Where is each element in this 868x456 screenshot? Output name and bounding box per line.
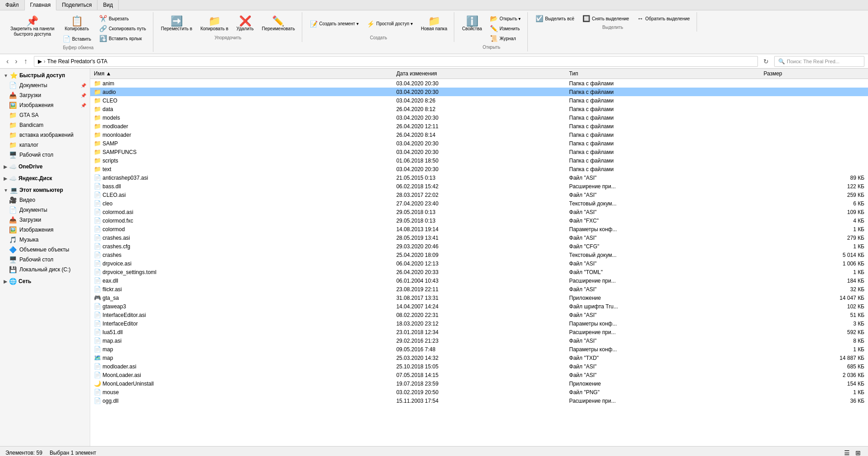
sidebar-this-pc-header[interactable]: ▼ 💻 Этот компьютер (0, 185, 90, 195)
sidebar-item-desktop-quick[interactable]: 🖥️ Рабочий стол (0, 150, 90, 160)
table-row[interactable]: 📄 mouse 03.02.2019 20:50 Файл "PNG" 1 КБ (90, 388, 868, 396)
table-row[interactable]: 📁 models 03.04.2020 20:30 Папка с файлам… (90, 113, 868, 122)
tab-file[interactable]: Файл (0, 0, 25, 10)
sidebar-quick-access-header[interactable]: ▼ ⭐ Быстрый доступ (0, 70, 90, 80)
table-row[interactable]: 📁 SAMPFUNCS 03.04.2020 20:30 Папка с фай… (90, 148, 868, 156)
select-all-button[interactable]: ☑️ Выделить всё (532, 14, 577, 23)
back-button[interactable]: ‹ (4, 56, 11, 66)
table-row[interactable]: 📄 drpvoice_settings.toml 26.04.2020 20:3… (90, 268, 868, 276)
sidebar-yandex-header[interactable]: ▶ ☁️ Яндекс.Диск (0, 173, 90, 183)
table-row[interactable]: 📁 text 03.04.2020 20:30 Папка с файлами (90, 165, 868, 173)
sidebar-item-music[interactable]: 🎵 Музыка (0, 235, 90, 245)
table-row[interactable]: 📄 crashes.cfg 29.03.2020 20:46 Файл "CFG… (90, 242, 868, 251)
icons-view-button[interactable]: ⊞ (854, 448, 863, 456)
table-row[interactable]: 📄 gtaweap3 14.04.2007 14:24 Файл шрифта … (90, 302, 868, 311)
sidebar-item-video[interactable]: 🎥 Видео (0, 195, 90, 205)
copy-to-button[interactable]: 📁 Копировать в (197, 14, 231, 33)
details-view-button[interactable]: ☰ (842, 448, 852, 456)
table-row[interactable]: 📄 ogg.dll 15.11.2003 17:54 Расширение пр… (90, 396, 868, 405)
table-row[interactable]: 📁 scripts 01.06.2018 18:50 Папка с файла… (90, 156, 868, 165)
table-row[interactable]: 📄 colormod 14.08.2013 19:14 Параметры ко… (90, 225, 868, 233)
sidebar-item-docs[interactable]: 📄 Документы (0, 205, 90, 215)
sidebar-item-downloads[interactable]: 📥 Загрузки 📌 (0, 90, 90, 100)
table-row[interactable]: 📁 CLEO 03.04.2020 8:26 Папка с файлами (90, 96, 868, 105)
table-row[interactable]: 📄 crashes 25.04.2020 18:09 Текстовый док… (90, 251, 868, 259)
table-row[interactable]: 📄 anticrashер037.asi 21.05.2015 0:13 Фай… (90, 173, 868, 182)
table-row[interactable]: 📁 data 26.04.2020 8:12 Папка с файлами (90, 105, 868, 113)
table-row[interactable]: 📄 MoonLoader.asi 07.05.2018 14:15 Файл "… (90, 371, 868, 379)
forward-button[interactable]: › (12, 56, 20, 66)
history-button[interactable]: 📜 Журнал (487, 34, 524, 43)
deselect-button[interactable]: 🔲 Снять выделение (579, 14, 632, 23)
table-row[interactable]: 📄 InterfaceEditor.asi 08.02.2020 22:31 Ф… (90, 311, 868, 319)
table-row[interactable]: 📄 colormod.asi 29.05.2018 0:13 Файл "ASI… (90, 208, 868, 216)
table-row[interactable]: 🎮 gta_sa 31.08.2017 13:31 Приложение 14 … (90, 293, 868, 302)
tab-share[interactable]: Поделиться (56, 0, 97, 10)
table-row[interactable]: 📄 lua51.dll 23.01.2018 12:34 Расширение … (90, 328, 868, 336)
path-bar[interactable]: ▶ › The Real Predator's GTA (34, 56, 758, 67)
docs-icon: 📄 (9, 206, 17, 214)
table-row[interactable]: 📄 flickr.asi 23.08.2019 22:11 Файл "ASI"… (90, 285, 868, 293)
col-header-name[interactable]: Имя ▲ (90, 69, 392, 79)
sidebar-item-pics[interactable]: 🖼️ Изображения (0, 225, 90, 235)
table-row[interactable]: 📄 modloader.asi 25.10.2018 15:05 Файл "A… (90, 362, 868, 371)
move-to-button[interactable]: ➡️ Переместить в (158, 14, 195, 33)
table-row[interactable]: 📄 drpvoice.asi 06.04.2020 12:13 Файл "AS… (90, 259, 868, 268)
tab-home[interactable]: Главная (25, 0, 57, 10)
sidebar-item-catalog[interactable]: 📁 каталог (0, 140, 90, 150)
up-button[interactable]: ↑ (21, 56, 30, 66)
table-row[interactable]: 📁 anim 03.04.2020 20:30 Папка с файлами (90, 79, 868, 88)
sidebar-item-dl[interactable]: 📥 Загрузки (0, 215, 90, 225)
sidebar-item-bandicam[interactable]: 📁 Bandicam (0, 120, 90, 130)
sidebar-item-insert-images[interactable]: 📁 вставка изображений (0, 130, 90, 140)
col-header-size[interactable]: Размер (760, 69, 868, 79)
sidebar-network-header[interactable]: ▶ 🌐 Сеть (0, 276, 90, 286)
copy-button[interactable]: 📋 Копировать (60, 14, 94, 33)
paste-button[interactable]: 📄 Вставить (60, 34, 94, 43)
table-row[interactable]: 📄 InterfaceEditor 18.03.2020 23:12 Парам… (90, 319, 868, 328)
col-header-date[interactable]: Дата изменения (392, 69, 565, 79)
table-row[interactable]: 📄 crashes.asi 28.05.2019 13:41 Файл "ASI… (90, 233, 868, 242)
sidebar-item-gtasa[interactable]: 📁 GTA SA (0, 110, 90, 120)
table-row[interactable]: 📁 SAMP 03.04.2020 20:30 Папка с файлами (90, 139, 868, 148)
cut-button[interactable]: ✂️ Вырезать (96, 14, 149, 23)
col-header-type[interactable]: Тип (566, 69, 760, 79)
easy-access-button[interactable]: ⚡ Простой доступ ▾ (364, 14, 416, 33)
sidebar-item-3d[interactable]: 🔷 Объемные объекты (0, 245, 90, 255)
table-row[interactable]: 📄 colormod.fxc 29.05.2018 0:13 Файл "FXC… (90, 216, 868, 225)
rename-button[interactable]: ✏️ Переименовать (259, 14, 298, 33)
paste-shortcut-button[interactable]: ⤵️ Вставить ярлык (96, 34, 149, 43)
onedrive-icon: ☁️ (9, 163, 17, 170)
table-row[interactable]: 🌙 MoonLoaderUninstall 19.07.2018 23:59 П… (90, 379, 868, 388)
file-date: 29.05.2018 0:13 (392, 216, 565, 225)
properties-button[interactable]: ℹ️ Свойства (459, 14, 485, 43)
table-row[interactable]: 📄 map.asi 29.02.2016 21:23 Файл "ASI" 8 … (90, 336, 868, 345)
sidebar-item-desktop[interactable]: 🖥️ Рабочий стол (0, 255, 90, 265)
create-item-button[interactable]: 📝 Создать элемент ▾ (307, 14, 362, 33)
table-row[interactable]: 🗺️ map 25.03.2020 14:32 Файл "TXD" 14 88… (90, 354, 868, 362)
sidebar-item-documents[interactable]: 📄 Документы 📌 (0, 80, 90, 90)
table-row[interactable]: 📁 audio 03.04.2020 20:30 Папка с файлами (90, 88, 868, 96)
table-row[interactable]: 📄 eax.dll 06.01.2004 10:43 Расширение пр… (90, 276, 868, 285)
delete-button[interactable]: ❌ Удалить (233, 14, 257, 33)
invert-selection-button[interactable]: ↔️ Обратить выделение (634, 14, 693, 23)
tab-view[interactable]: Вид (97, 0, 119, 10)
open-button[interactable]: 📂 Открыть ▾ (487, 14, 524, 23)
table-row[interactable]: 📄 map 09.05.2016 7:48 Параметры конф... … (90, 345, 868, 354)
search-box[interactable]: 🔍 Поиск: The Real Pred... (774, 56, 864, 67)
items-count: Элементов: 59 (5, 450, 42, 456)
pin-to-quick-access-button[interactable]: 📌 Закрепить на панелибыстрого доступа (7, 14, 58, 39)
sidebar-item-local-disk[interactable]: 💾 Локальный диск (C:) (0, 265, 90, 275)
copy-path-button[interactable]: 🔗 Скопировать путь (96, 24, 149, 33)
table-row[interactable]: 📁 moonloader 26.04.2020 8:14 Папка с фай… (90, 130, 868, 139)
table-row[interactable]: 📁 modloader 26.04.2020 12:11 Папка с фай… (90, 122, 868, 130)
sidebar-onedrive-header[interactable]: ▶ ☁️ OneDrive (0, 162, 90, 172)
file-name: 📄 colormod.asi (90, 208, 392, 216)
refresh-button[interactable]: ↻ (762, 57, 771, 66)
table-row[interactable]: 📄 CLEO.asi 28.03.2017 22:02 Файл "ASI" 2… (90, 191, 868, 199)
table-row[interactable]: 📄 bass.dll 06.02.2018 15:42 Расширение п… (90, 182, 868, 191)
new-folder-button[interactable]: 📁 Новая папка (418, 14, 450, 33)
table-row[interactable]: 📄 cleo 27.04.2020 23:40 Текстовый докум.… (90, 199, 868, 208)
edit-button[interactable]: ✏️ Изменить (487, 24, 524, 33)
sidebar-item-images[interactable]: 🖼️ Изображения 📌 (0, 100, 90, 110)
